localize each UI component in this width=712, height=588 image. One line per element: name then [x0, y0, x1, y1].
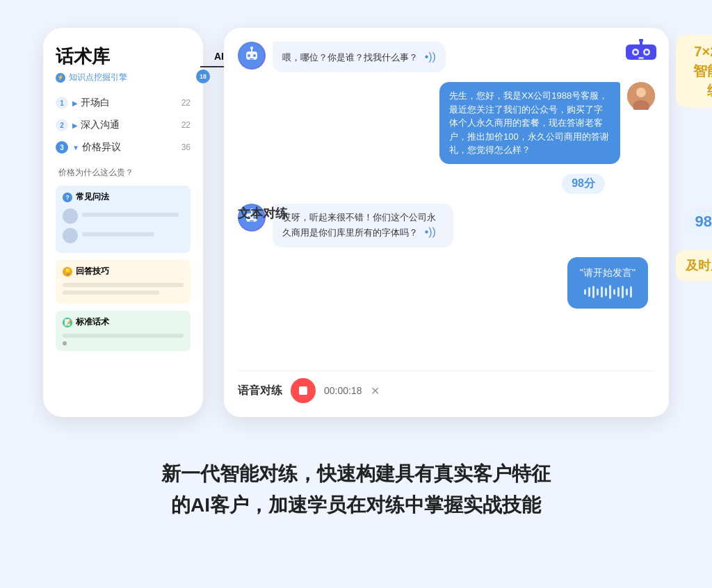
tips-icon: 💡 [63, 267, 72, 277]
menu-list: 1 ▶ 开场白 22 2 ▶ 深入沟通 22 3 ▼ 价格异议 36 [56, 92, 191, 158]
phone-title: 话术库 [56, 44, 191, 69]
small-avatar-2 [63, 228, 78, 243]
wave-10 [622, 286, 624, 298]
svg-point-7 [639, 39, 643, 42]
small-avatar-1 [63, 209, 78, 224]
wave-6 [605, 288, 607, 296]
bottom-bar: 语音对练 00:00:18 ✕ [238, 370, 655, 403]
phone-subtitle: ⚡ 知识点挖掘引擎 [56, 72, 191, 83]
menu-label-2: 深入沟通 [81, 119, 181, 131]
bottom-text-content: 新一代智能对练，快速构建具有真实客户特征的AI客户，加速学员在对练中掌握实战技能 [161, 463, 551, 516]
subtitle-text: 知识点挖掘引擎 [69, 72, 127, 83]
text-mode-label: 文本对练 [238, 205, 288, 222]
sound-icon-2[interactable]: •)) [425, 226, 436, 238]
script-icon: 📝 [63, 318, 72, 327]
float-247-text: 7×24h智能陪练 [693, 44, 712, 98]
user-photo-svg [627, 82, 655, 110]
bot-text-2: 哎呀，听起来很不错！你们这个公司永久商用是你们库里所有的字体吗？ [282, 212, 436, 238]
arrow-icon-1: ▶ [72, 99, 78, 107]
user-text-1: 先生，您好，我是XX公司1988号客服，最近您关注了我们的公众号，购买了字体个人… [449, 90, 609, 155]
placeholder-tips-1 [63, 283, 184, 287]
close-button[interactable]: ✕ [371, 384, 380, 398]
svg-point-16 [636, 88, 646, 97]
user-bubble-1: 先生，您好，我是XX公司1988号客服，最近您关注了我们的公众号，购买了字体个人… [439, 82, 620, 164]
chat-panel: 喂，哪位？你是谁？找我什么事？ •)) 先生，您好，我是XX公司1988号客服，… [224, 28, 669, 417]
chat-area: 喂，哪位？你是谁？找我什么事？ •)) 先生，您好，我是XX公司1988号客服，… [238, 42, 655, 359]
sound-icon-1[interactable]: •)) [425, 51, 436, 63]
wave-4 [597, 288, 599, 295]
menu-num-3: 3 [56, 141, 68, 154]
wave-2 [588, 287, 590, 297]
float-247-label: 7×24h智能陪练 [676, 35, 712, 107]
section-label-script: 标准话术 [76, 316, 109, 328]
svg-point-3 [634, 51, 638, 54]
timer-display: 00:00:18 [324, 385, 362, 396]
bottom-description: 新一代智能对练，快速构建具有真实客户特征的AI客户，加速学员在对练中掌握实战技能 [161, 459, 551, 521]
section-label-common: 常见问法 [76, 191, 109, 203]
section-common-qa: ? 常见问法 [56, 186, 191, 253]
menu-item-3[interactable]: 3 ▼ 价格异议 36 [56, 136, 191, 158]
arrow-icon-3: ▼ [72, 144, 79, 152]
section-header-tips: 💡 回答技巧 [63, 266, 184, 277]
menu-item-2[interactable]: 2 ▶ 深入沟通 22 [56, 114, 191, 136]
section-header-script: 📝 标准话术 [63, 316, 184, 328]
bot-face-svg-1 [239, 43, 264, 68]
wave-11 [626, 288, 628, 295]
stop-icon [299, 386, 307, 395]
record-button[interactable] [291, 378, 316, 403]
bot-text-1: 喂，哪位？你是谁？找我什么事？ [282, 52, 418, 63]
menu-count-1: 22 [181, 98, 191, 108]
menu-count-3: 36 [181, 142, 191, 152]
menu-num-2: 2 [56, 119, 68, 131]
section-label-tips: 回答技巧 [76, 266, 109, 277]
main-container: 话术库 ⚡ 知识点挖掘引擎 18 1 ▶ 开场白 22 2 ▶ 深入沟通 22 … [43, 28, 669, 417]
chat-row-bot-1: 喂，哪位？你是谁？找我什么事？ •)) [238, 42, 655, 72]
robot-icon-area [624, 39, 658, 64]
float-score-label: 98分 [684, 209, 712, 235]
svg-rect-12 [250, 58, 254, 60]
avatar-row-2 [63, 228, 184, 243]
avatar-row-1 [63, 209, 184, 224]
arrow-icon-2: ▶ [72, 122, 78, 129]
voice-begin-text: "请开始发言" [580, 267, 636, 279]
qa-icon: ? [63, 193, 72, 202]
wave-7 [609, 285, 611, 299]
svg-point-4 [645, 51, 649, 54]
svg-point-10 [248, 54, 250, 57]
menu-num-1: 1 [56, 97, 68, 109]
wave-8 [613, 289, 615, 295]
wave-5 [601, 286, 603, 297]
price-question: 价格为什么这么贵？ [56, 167, 191, 179]
menu-label-3: 价格异议 [82, 141, 181, 154]
bot-avatar-1 [238, 42, 266, 70]
placeholder-1 [82, 213, 179, 217]
wave-12 [630, 286, 632, 297]
svg-point-14 [250, 47, 253, 49]
section-standard-script: 📝 标准话术 [56, 311, 191, 351]
svg-rect-5 [638, 57, 644, 59]
chat-row-user-1: 先生，您好，我是XX公司1988号客服，最近您关注了我们的公众号，购买了字体个人… [238, 82, 655, 164]
chat-row-bot-2: 哎呀，听起来很不错！你们这个公司永久商用是你们库里所有的字体吗？ •)) [238, 204, 655, 248]
wave-9 [617, 287, 620, 297]
voice-input-bubble: "请开始发言" [567, 257, 648, 309]
wave-3 [592, 286, 594, 298]
bullet-dot [63, 341, 67, 345]
bot-bubble-2: 哎呀，听起来很不错！你们这个公司永久商用是你们库里所有的字体吗？ •)) [273, 204, 453, 248]
voice-input-row: "请开始发言" [238, 257, 655, 309]
placeholder-script-1 [63, 334, 184, 338]
waveform [580, 285, 636, 299]
menu-count-2: 22 [181, 120, 191, 130]
badge-count: 18 [196, 70, 210, 83]
knowledge-icon: ⚡ [56, 73, 65, 83]
user-avatar-1 [627, 82, 655, 110]
placeholder-tips-2 [63, 291, 159, 295]
section-answer-tips: 💡 回答技巧 [56, 260, 191, 304]
menu-item-1[interactable]: 1 ▶ 开场白 22 [56, 92, 191, 114]
menu-label-1: 开场白 [81, 97, 181, 109]
bot-bubble-1: 喂，哪位？你是谁？找我什么事？ •)) [273, 42, 446, 72]
score-badge: 98分 [562, 174, 605, 194]
float-timely-label: 及时反馈 [676, 250, 712, 281]
svg-point-11 [253, 54, 256, 57]
wave-1 [584, 289, 586, 295]
phone-panel: 话术库 ⚡ 知识点挖掘引擎 18 1 ▶ 开场白 22 2 ▶ 深入沟通 22 … [43, 28, 203, 417]
